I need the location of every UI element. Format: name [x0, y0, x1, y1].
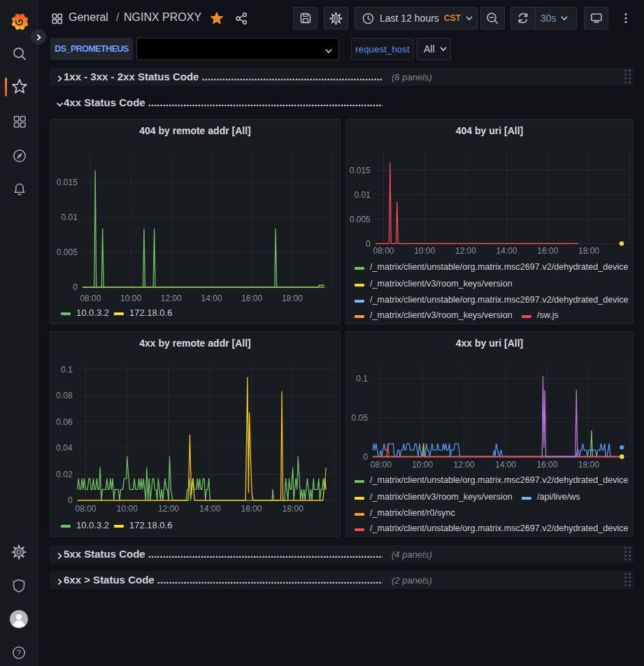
svg-text:08:00: 08:00 — [75, 504, 96, 514]
svg-text:0: 0 — [73, 282, 78, 292]
svg-text:0: 0 — [366, 239, 371, 249]
svg-text:10:00: 10:00 — [412, 460, 433, 470]
svg-text:16:00: 16:00 — [536, 460, 557, 470]
svg-text:08:00: 08:00 — [80, 294, 101, 303]
svg-text:0.01: 0.01 — [354, 190, 371, 200]
svg-text:12:00: 12:00 — [455, 246, 476, 256]
svg-text:12:00: 12:00 — [454, 460, 475, 470]
svg-text:0.08: 0.08 — [56, 391, 73, 400]
svg-text:16:00: 16:00 — [241, 294, 262, 303]
svg-text:18:00: 18:00 — [282, 504, 303, 514]
svg-text:0.005: 0.005 — [350, 215, 371, 224]
svg-text:0.05: 0.05 — [352, 413, 368, 423]
svg-text:0.06: 0.06 — [56, 417, 73, 427]
svg-text:18:00: 18:00 — [578, 246, 599, 256]
svg-text:0.015: 0.015 — [350, 166, 371, 175]
svg-text:14:00: 14:00 — [201, 294, 222, 303]
svg-text:10:00: 10:00 — [120, 294, 141, 303]
svg-text:0.04: 0.04 — [56, 443, 73, 453]
svg-text:10:00: 10:00 — [117, 504, 138, 514]
svg-text:18:00: 18:00 — [282, 294, 303, 303]
svg-text:0.015: 0.015 — [57, 178, 78, 187]
svg-text:0.005: 0.005 — [57, 247, 78, 257]
svg-text:08:00: 08:00 — [371, 460, 392, 470]
svg-text:16:00: 16:00 — [241, 504, 262, 514]
svg-text:0: 0 — [363, 452, 368, 462]
svg-text:0: 0 — [68, 495, 73, 505]
svg-text:18:00: 18:00 — [578, 460, 599, 470]
svg-text:10:00: 10:00 — [414, 246, 435, 256]
svg-text:16:00: 16:00 — [537, 246, 558, 256]
svg-text:?: ? — [17, 649, 21, 657]
svg-text:12:00: 12:00 — [161, 294, 182, 303]
svg-text:08:00: 08:00 — [373, 246, 394, 256]
svg-text:14:00: 14:00 — [496, 246, 517, 256]
svg-text:0.01: 0.01 — [62, 212, 78, 222]
svg-text:0.1: 0.1 — [61, 365, 73, 375]
svg-text:14:00: 14:00 — [199, 504, 220, 514]
svg-text:14:00: 14:00 — [495, 460, 516, 470]
svg-text:0.02: 0.02 — [56, 470, 73, 479]
svg-text:12:00: 12:00 — [158, 504, 179, 514]
svg-text:0.1: 0.1 — [356, 374, 368, 384]
